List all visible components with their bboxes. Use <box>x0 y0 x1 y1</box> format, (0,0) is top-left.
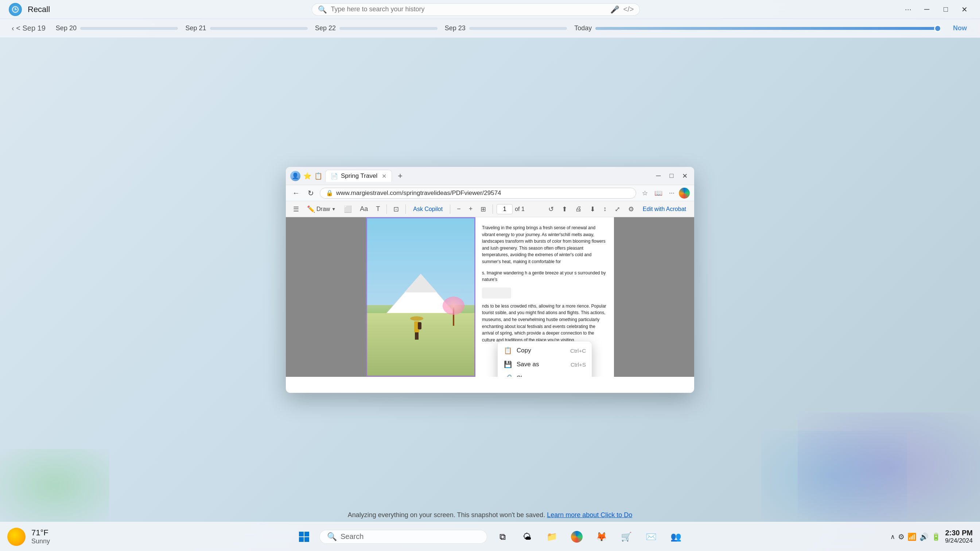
favorites-star-button[interactable]: ☆ <box>640 188 650 198</box>
start-button[interactable] <box>294 527 313 546</box>
browser-window-controls: ─ □ ✕ <box>653 171 690 181</box>
store-button[interactable]: 🛒 <box>617 527 636 546</box>
svg-rect-4 <box>414 317 419 321</box>
minimize-button[interactable]: ─ <box>920 3 933 16</box>
highlight-button[interactable]: Aa <box>357 204 371 214</box>
edit-acrobat-button[interactable]: Edit with Acrobat <box>639 205 690 214</box>
url-bar[interactable]: 🔒 www.margiestravel.com/springtravelidea… <box>320 188 636 198</box>
timeline-track-sep20[interactable] <box>80 27 178 30</box>
timeline-track-sep22[interactable] <box>339 27 438 30</box>
file-explorer-button[interactable]: 📁 <box>542 527 562 546</box>
minus-icon: − <box>457 205 461 213</box>
close-button[interactable]: ✕ <box>958 3 971 16</box>
pdf-paragraph-1: Traveling in the spring brings a fresh s… <box>482 224 608 265</box>
zoom-in-button[interactable]: + <box>466 204 476 214</box>
timeline-segment-sep21: Sep 21 <box>185 24 308 32</box>
timeline-track-sep21[interactable] <box>210 27 308 30</box>
microphone-icon[interactable]: 🎤 <box>610 5 619 14</box>
timeline-track-sep23[interactable] <box>469 27 567 30</box>
timeline-thumb[interactable] <box>934 25 941 32</box>
browser-close-button[interactable]: ✕ <box>679 171 690 181</box>
favorites-icon[interactable]: ⭐ <box>303 172 311 180</box>
firefox-button[interactable]: 🦊 <box>592 527 611 546</box>
text-button[interactable]: T <box>373 204 383 214</box>
pdf-toolbar: ☰ ✏️ Draw ▼ ⬜ Aa T ⊡ Ask Copilot <box>286 201 694 217</box>
taskbar-search-box[interactable]: 🔍 Search <box>320 530 487 544</box>
rotate-icon: ↺ <box>548 205 554 213</box>
browser-minimize-button[interactable]: ─ <box>653 171 663 181</box>
zoom-out-button[interactable]: − <box>454 204 464 214</box>
address-bar-actions: ☆ 📖 ··· <box>640 188 690 198</box>
maximize-button[interactable]: □ <box>939 3 952 16</box>
share-pdf-button[interactable]: ⬆ <box>559 204 570 214</box>
timeline-segment-sep23: Sep 23 <box>445 24 567 32</box>
more-browser-actions[interactable]: ··· <box>667 188 677 198</box>
rotate-button[interactable]: ↺ <box>546 204 557 214</box>
toolbar-separator-1 <box>387 205 387 214</box>
fit-width-button[interactable]: ⊞ <box>477 204 489 214</box>
settings-button[interactable]: ⚙ <box>625 204 637 214</box>
windows-logo-icon <box>298 531 310 543</box>
more-options-button[interactable]: ··· <box>902 3 915 16</box>
timeline-now-button[interactable]: Now <box>949 23 971 33</box>
pdf-paragraph-3: nds to be less crowded nths, allowing fo… <box>482 303 608 344</box>
taskview-button[interactable]: ⧉ <box>493 527 512 546</box>
reading-view-button[interactable]: 📖 <box>652 188 665 198</box>
taskbar-center: 🔍 Search ⧉ 🌤 📁 🦊 🛒 ✉️ 👥 <box>124 527 856 546</box>
volume-icon[interactable]: 🔊 <box>920 532 929 541</box>
copy-label: Copy <box>517 347 566 354</box>
plus-icon: + <box>469 205 473 213</box>
svg-rect-12 <box>304 537 309 542</box>
history-icon[interactable]: 📋 <box>314 172 322 180</box>
toolbar-separator-4 <box>493 205 493 214</box>
recall-search-input[interactable] <box>331 5 607 13</box>
timeline-back-button[interactable]: ‹ < Sep 19 <box>9 22 48 34</box>
battery-icon[interactable]: 🔋 <box>932 532 940 541</box>
refresh-button[interactable]: ↻ <box>305 188 316 198</box>
context-menu-share[interactable]: 🔗 Share <box>498 372 592 377</box>
svg-rect-6 <box>418 322 422 329</box>
chevron-up-icon[interactable]: ∧ <box>890 533 895 541</box>
context-menu-copy[interactable]: 📋 Copy Ctrl+C <box>498 344 592 357</box>
outline-button[interactable]: ☰ <box>290 204 302 214</box>
tab-favicon: 📄 <box>331 173 338 179</box>
back-button[interactable]: ← <box>290 188 302 198</box>
draw-dropdown-arrow: ▼ <box>331 206 336 212</box>
ask-copilot-button[interactable]: Ask Copilot <box>409 205 446 214</box>
new-tab-button[interactable]: + <box>395 171 406 181</box>
address-bar: ← ↻ 🔒 www.margiestravel.com/springtravel… <box>286 185 694 201</box>
settings-tray-icon[interactable]: ⚙ <box>898 532 905 541</box>
page-number-input[interactable]: 1 <box>496 204 512 214</box>
browser-tab-spring-travel[interactable]: 📄 Spring Travel ✕ <box>325 170 392 182</box>
text-icon: T <box>376 205 380 213</box>
code-icon[interactable]: </> <box>623 5 634 13</box>
teams-button[interactable]: 👥 <box>667 527 686 546</box>
print-button[interactable]: 🖨 <box>573 204 585 214</box>
fit-page-button[interactable]: ⊡ <box>390 204 402 214</box>
print-icon: 🖨 <box>575 205 582 213</box>
tab-close-button[interactable]: ✕ <box>382 173 387 179</box>
page-total-info: of 1 <box>515 206 525 213</box>
annotate-button[interactable]: ✏️ Draw ▼ <box>304 204 339 214</box>
view-options-button[interactable]: ↕ <box>600 204 609 214</box>
notification-link[interactable]: Learn more about Click to Do <box>547 511 632 519</box>
recall-search-bar[interactable]: 🔍 🎤 </> <box>312 3 640 16</box>
wifi-icon[interactable]: 📶 <box>907 532 916 541</box>
fullscreen-button[interactable]: ⤢ <box>612 204 623 214</box>
clock-date: 9/24/2024 <box>945 537 973 545</box>
browser-avatar[interactable]: 👤 <box>290 171 301 181</box>
download-button[interactable]: ⬇ <box>587 204 598 214</box>
browser-chrome: 👤 ⭐ 📋 📄 Spring Travel ✕ + ─ □ ✕ <box>286 167 694 185</box>
mail-button[interactable]: ✉️ <box>642 527 660 546</box>
erase-button[interactable]: ⬜ <box>341 204 355 214</box>
context-menu-save-as[interactable]: 💾 Save as Ctrl+S <box>498 357 592 372</box>
system-clock[interactable]: 2:30 PM 9/24/2024 <box>945 529 973 545</box>
url-text: www.margiestravel.com/springtravelideas/… <box>336 189 501 197</box>
recall-logo <box>9 3 22 16</box>
pdf-image-side <box>366 217 476 377</box>
widgets-button[interactable]: 🌤 <box>518 527 537 546</box>
eraser-icon: ⬜ <box>344 205 352 213</box>
browser-maximize-button[interactable]: □ <box>667 171 677 181</box>
timeline-track-today[interactable] <box>595 27 941 30</box>
edge-browser-button[interactable] <box>567 527 586 546</box>
